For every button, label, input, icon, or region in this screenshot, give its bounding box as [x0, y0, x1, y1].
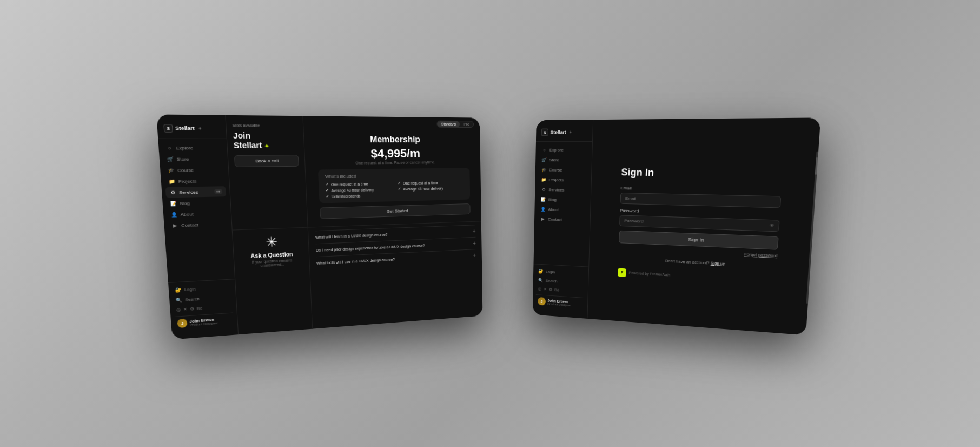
password-wrapper: 👁 — [619, 214, 779, 232]
ask-title: Ask a Question — [250, 251, 293, 259]
right-instagram-icon[interactable]: ◎ — [538, 287, 542, 292]
right-social-icons: ◎ ✕ ⚙ Bē — [536, 285, 585, 295]
price-subtitle: One request at a time. Pause or cancel a… — [312, 160, 474, 166]
right-logo-text: Stellart — [550, 129, 566, 135]
nav-item-store[interactable]: 🛒 Store — [163, 154, 224, 165]
right-projects-icon: 📁 — [541, 177, 547, 182]
email-label: Email — [620, 186, 782, 194]
included-section: What's included ✓ One request at a time … — [318, 168, 470, 203]
tablet-right: S Stellart + ○ Explore 🛒 Store 🎓 Course — [533, 117, 821, 335]
nav-item-explore[interactable]: ○ Explore — [162, 142, 224, 153]
right-nav-explore[interactable]: ○ Explore — [539, 145, 589, 155]
check-icon-1: ✓ — [325, 182, 329, 187]
right-nav-about[interactable]: 👤 About — [538, 204, 587, 215]
right-blog-icon: 📝 — [541, 196, 546, 202]
email-input[interactable] — [620, 192, 782, 208]
nav-item-about[interactable]: 👤 About — [167, 208, 228, 220]
right-twitter-icon[interactable]: ✕ — [544, 287, 547, 292]
get-started-button[interactable]: Get Started — [320, 203, 471, 219]
feature-label-5: Average 48 hour delivery — [403, 186, 443, 190]
logo-text: Stellart — [175, 126, 195, 132]
tablet-left: S Stellart + ○ Explore 🛒 Store 🎓 Course — [156, 114, 482, 339]
nav-item-course[interactable]: 🎓 Course — [164, 165, 225, 176]
faq-expand-2[interactable]: + — [473, 240, 475, 246]
nav-label-contact: Contact — [181, 222, 198, 228]
right-gear-icon[interactable]: ⚙ — [549, 287, 553, 292]
scene: S Stellart + ○ Explore 🛒 Store 🎓 Course — [179, 118, 801, 329]
signup-link[interactable]: Sign up — [711, 260, 726, 266]
instagram-icon[interactable]: ◎ — [176, 307, 181, 313]
right-logo-icon: S — [541, 129, 548, 136]
right-nav-projects[interactable]: 📁 Projects — [538, 175, 588, 185]
email-group: Email — [620, 186, 782, 208]
right-behance-icon[interactable]: Bē — [554, 287, 559, 292]
right-login-icon: 🔐 — [538, 269, 543, 274]
twitter-icon[interactable]: ✕ — [183, 307, 188, 312]
scrollbar-thumb[interactable] — [815, 157, 818, 175]
nav-item-contact[interactable]: ▶ Contact — [168, 219, 228, 231]
nav-item-projects[interactable]: 📁 Projects — [164, 175, 226, 187]
password-input[interactable] — [619, 215, 779, 232]
feature-3: ✓ Unlimited brands — [326, 193, 396, 199]
password-toggle-icon[interactable]: 👁 — [770, 222, 775, 228]
plan-toggle[interactable]: Standard Pro — [436, 121, 474, 128]
feature-5: ✓ Average 48 hour delivery — [398, 186, 464, 191]
join-title: JoinStellart ✦ — [233, 131, 298, 150]
explore-icon: ○ — [166, 145, 173, 151]
right-about-icon: 👤 — [540, 206, 545, 212]
right-login-item[interactable]: 🔐 Login — [537, 267, 586, 278]
nav-item-services[interactable]: ⚙ Services ●● — [165, 186, 227, 198]
right-nav-label-blog: Blog — [548, 197, 557, 202]
behance-icon[interactable]: Bē — [196, 306, 203, 311]
nav-label-explore: Explore — [176, 145, 193, 150]
faq-expand-1[interactable]: + — [473, 228, 475, 234]
right-nav-blog[interactable]: 📝 Blog — [538, 194, 587, 205]
slots-text: Slots available — [233, 123, 297, 128]
right-nav-contact[interactable]: ▶ Contact — [537, 214, 587, 225]
book-call-button[interactable]: Book a call — [234, 155, 299, 167]
left-main-content: Slots available JoinStellart ✦ Book a ca… — [226, 115, 482, 334]
feature-label-4: One request at a time — [403, 181, 438, 185]
pro-plan-btn[interactable]: Pro — [460, 121, 473, 127]
logo-plus: + — [198, 126, 202, 132]
avatar: J — [177, 318, 187, 328]
left-nav: ○ Explore 🛒 Store 🎓 Course 📁 Projects ⚙ — [158, 142, 235, 282]
ask-col: ✳ Ask a Question If your question remain… — [233, 228, 313, 335]
powered-by: F Powered by FramerAuth — [618, 268, 776, 285]
right-nav-label-store: Store — [549, 157, 559, 162]
faq-expand-3[interactable]: + — [473, 253, 476, 258]
right-avatar: J — [538, 297, 546, 306]
nav-label-course: Course — [177, 167, 194, 173]
right-services-icon: ⚙ — [541, 187, 546, 192]
standard-plan-btn[interactable]: Standard — [437, 121, 460, 127]
login-icon: 🔐 — [175, 287, 181, 293]
signin-main: Sign In Email Password 👁 Sign In Forgot … — [587, 117, 820, 335]
gear-icon[interactable]: ⚙ — [190, 306, 195, 312]
left-sidebar-bottom: 🔐 Login 🔍 Search ◎ ✕ ⚙ Bē J John Brown — [168, 279, 237, 334]
ask-icon: ✳ — [265, 234, 277, 250]
right-nav-course[interactable]: 🎓 Course — [538, 165, 588, 175]
right-user-profile: J John Brown Product Designer — [535, 294, 584, 310]
feature-1: ✓ One request at a time — [325, 181, 395, 187]
store-icon: 🛒 — [167, 156, 174, 162]
right-nav-label-contact: Contact — [548, 216, 562, 221]
powered-by-text: Powered by FramerAuth — [629, 271, 671, 277]
left-sidebar: S Stellart + ○ Explore 🛒 Store 🎓 Course — [156, 114, 239, 339]
faq-question-3: What tools will I use in a UI/UX design … — [316, 254, 470, 265]
blog-icon: 📝 — [170, 201, 176, 207]
nav-item-blog[interactable]: 📝 Blog — [166, 197, 227, 209]
right-explore-icon: ○ — [542, 147, 547, 153]
nav-label-store: Store — [176, 156, 189, 162]
right-login-label: Login — [546, 269, 555, 274]
feature-label-1: One request at a time — [331, 182, 368, 186]
nav-label-projects: Projects — [178, 179, 196, 184]
bottom-section: ✳ Ask a Question If your question remain… — [233, 221, 483, 334]
right-nav-services[interactable]: ⚙ Services — [538, 185, 588, 195]
nav-label-services: Services — [179, 189, 198, 195]
right-nav-label-services: Services — [548, 187, 564, 192]
services-icon: ⚙ — [169, 189, 176, 195]
right-user-info: John Brown Product Designer — [547, 299, 571, 307]
check-icon-5: ✓ — [398, 187, 401, 191]
right-nav-store[interactable]: 🛒 Store — [539, 155, 589, 165]
included-grid: ✓ One request at a time ✓ Average 48 hou… — [325, 180, 464, 199]
